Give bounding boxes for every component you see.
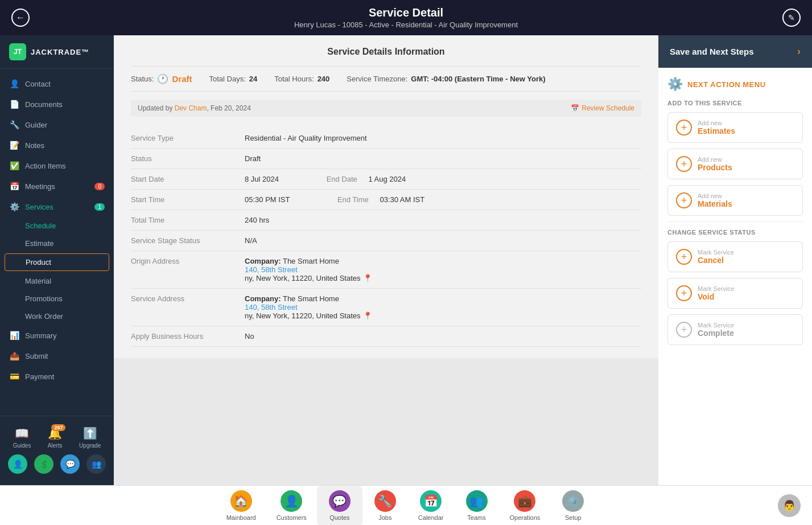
- add-products-card[interactable]: + Add new Products: [667, 149, 803, 179]
- payment-icon: 💳: [9, 372, 19, 381]
- sidebar-nav: 👤 Contact 📄 Documents 🔧 Guider 📝 Notes ✅…: [0, 69, 114, 416]
- mark-complete-plus-icon: +: [676, 322, 692, 338]
- page-title: Service Detail: [294, 6, 518, 19]
- tab-quotes[interactable]: 💬 Quotes: [317, 486, 362, 526]
- sidebar-item-payment[interactable]: 💳 Payment: [0, 366, 114, 387]
- updated-by-link[interactable]: Dev Cham: [175, 104, 207, 112]
- sidebar-item-contact[interactable]: 👤 Contact: [0, 73, 114, 94]
- sidebar-item-summary[interactable]: 📊 Summary: [0, 325, 114, 346]
- sidebar-sub-estimate[interactable]: Estimate: [0, 235, 114, 252]
- mark-cancel-name: Cancel: [698, 256, 734, 265]
- mainboard-icon-wrap: 🏠: [230, 490, 252, 512]
- detail-row-stage-status: Service Stage Status N/A: [131, 231, 641, 251]
- tab-setup[interactable]: ⚙️ Setup: [550, 486, 596, 526]
- customers-icon-wrap: 👤: [281, 490, 302, 512]
- sidebar-sub-schedule[interactable]: Schedule: [0, 217, 114, 235]
- mark-void-card[interactable]: + Mark Service Void: [667, 278, 803, 309]
- meetings-icon: 📅: [9, 182, 19, 191]
- contact-icon: 👤: [9, 79, 19, 88]
- tab-mainboard[interactable]: 🏠 Mainboard: [216, 486, 266, 526]
- sidebar-item-meetings[interactable]: 📅 Meetings 0: [0, 176, 114, 196]
- sidebar-item-action-items[interactable]: ✅ Action Items: [0, 155, 114, 176]
- user-avatar[interactable]: 👨: [778, 494, 801, 517]
- services-icon: ⚙️: [9, 202, 19, 211]
- summary-icon: 📊: [9, 331, 19, 340]
- sidebar-item-submit[interactable]: 📤 Submit: [0, 346, 114, 366]
- detail-row-dates: Start Date 8 Jul 2024 End Date 1 Aug 202…: [131, 169, 641, 190]
- add-estimates-label: Add new: [698, 120, 735, 126]
- svc-city: ny, New York, 11220, United States: [245, 311, 361, 320]
- notes-icon: 📝: [9, 141, 19, 150]
- detail-table: Service Type Residential - Air Quality I…: [131, 128, 641, 347]
- avatar-chat[interactable]: 💬: [60, 454, 80, 474]
- mark-void-name: Void: [698, 292, 734, 301]
- tab-jobs[interactable]: 🔧 Jobs: [362, 486, 408, 526]
- detail-row-status: Status Draft: [131, 149, 641, 169]
- setup-icon-wrap: ⚙️: [562, 490, 584, 512]
- save-next-button[interactable]: Save and Next Steps ›: [658, 35, 812, 68]
- sidebar-item-services[interactable]: ⚙️ Services 1: [0, 196, 114, 217]
- add-estimates-plus-icon: +: [676, 120, 692, 136]
- origin-street: 140, 58th Street: [245, 265, 641, 274]
- sidebar-sub-material[interactable]: Material: [0, 272, 114, 290]
- review-schedule-link[interactable]: 📅 Review Schedule: [571, 104, 634, 112]
- origin-company-name: The Smart Home: [283, 257, 339, 265]
- footer-upgrade[interactable]: ⬆️ Upgrade: [79, 426, 101, 449]
- sidebar-item-documents[interactable]: 📄 Documents: [0, 94, 114, 114]
- mark-void-plus-icon: +: [676, 285, 692, 301]
- sidebar-sub-work-order[interactable]: Work Order: [0, 307, 114, 325]
- add-materials-card[interactable]: + Add new Materials: [667, 185, 803, 216]
- next-action-header: ⚙️ NEXT ACTION MENU: [667, 77, 803, 92]
- avatar-group[interactable]: 👥: [86, 454, 106, 474]
- card-title: Service Details Information: [131, 47, 641, 57]
- change-status-label: CHANGE SERVICE STATUS: [667, 229, 803, 236]
- add-estimates-card[interactable]: + Add new Estimates: [667, 112, 803, 143]
- sidebar-sub-product[interactable]: Product: [5, 253, 109, 271]
- timezone-value: GMT: -04:00 (Eastern Time - New York): [411, 75, 545, 83]
- start-time-value: 05:30 PM IST: [245, 195, 290, 204]
- main-layout: JT JACKTRADE™ 👤 Contact 📄 Documents 🔧 Gu…: [0, 35, 812, 485]
- tab-teams[interactable]: 👥 Teams: [454, 486, 500, 526]
- content-area: Service Details Information Status: 🕐 Dr…: [114, 35, 658, 485]
- detail-row-service-address: Service Address Company: The Smart Home …: [131, 289, 641, 326]
- next-action-section: ⚙️ NEXT ACTION MENU ADD TO THIS SERVICE …: [658, 68, 812, 360]
- status-field-value: Draft: [245, 154, 641, 163]
- logo-icon: JT: [9, 43, 26, 60]
- detail-row-business-hours: Apply Business Hours No: [131, 326, 641, 347]
- next-action-gear-icon: ⚙️: [667, 77, 683, 92]
- stage-status-value: N/A: [245, 236, 641, 245]
- next-action-title: NEXT ACTION MENU: [687, 80, 766, 89]
- teams-icon-wrap: 👥: [466, 490, 488, 512]
- footer-alerts[interactable]: 🔔 267 Alerts: [48, 426, 63, 449]
- tab-customers[interactable]: 👤 Customers: [266, 486, 317, 526]
- sidebar-sub-promotions[interactable]: Promotions: [0, 290, 114, 307]
- sidebar-logo: JT JACKTRADE™: [0, 35, 114, 69]
- avatar-person[interactable]: 👤: [8, 454, 27, 474]
- guider-icon: 🔧: [9, 120, 19, 129]
- detail-row-times: Start Time 05:30 PM IST End Time 03:30 A…: [131, 190, 641, 210]
- mark-cancel-card[interactable]: + Mark Service Cancel: [667, 241, 803, 272]
- origin-map-pin: 📍: [363, 274, 372, 282]
- mark-complete-card[interactable]: + Mark Service Complete: [667, 314, 803, 345]
- page-title-block: Service Detail Henry Lucas - 10085 - Act…: [294, 6, 518, 29]
- submit-icon: 📤: [9, 351, 19, 360]
- footer-guides[interactable]: 📖 Guides: [13, 426, 31, 449]
- sidebar-item-notes[interactable]: 📝 Notes: [0, 135, 114, 155]
- mark-void-label: Mark Service: [698, 285, 734, 292]
- edit-button[interactable]: ✎: [782, 9, 801, 27]
- sidebar-item-guider[interactable]: 🔧 Guider: [0, 114, 114, 135]
- add-estimates-name: Estimates: [698, 126, 735, 136]
- status-clock-icon: 🕐: [157, 73, 168, 84]
- divider: [667, 222, 803, 222]
- status-item-days: Total Days: 24: [209, 75, 257, 83]
- avatar-dollar[interactable]: 💲: [34, 454, 53, 474]
- status-item-status: Status: 🕐 Draft: [131, 73, 192, 84]
- service-type-value: Residential - Air Quality Improvement: [245, 134, 641, 142]
- status-item-timezone: Service Timezone: GMT: -04:00 (Eastern T…: [347, 75, 545, 83]
- back-button[interactable]: ←: [11, 9, 30, 27]
- upgrade-icon: ⬆️: [83, 426, 97, 440]
- chevron-right-icon: ›: [797, 46, 801, 58]
- total-time-value: 240 hrs: [245, 216, 641, 224]
- tab-calendar[interactable]: 📅 Calendar: [408, 486, 454, 526]
- tab-operations[interactable]: 💼 Operations: [500, 486, 551, 526]
